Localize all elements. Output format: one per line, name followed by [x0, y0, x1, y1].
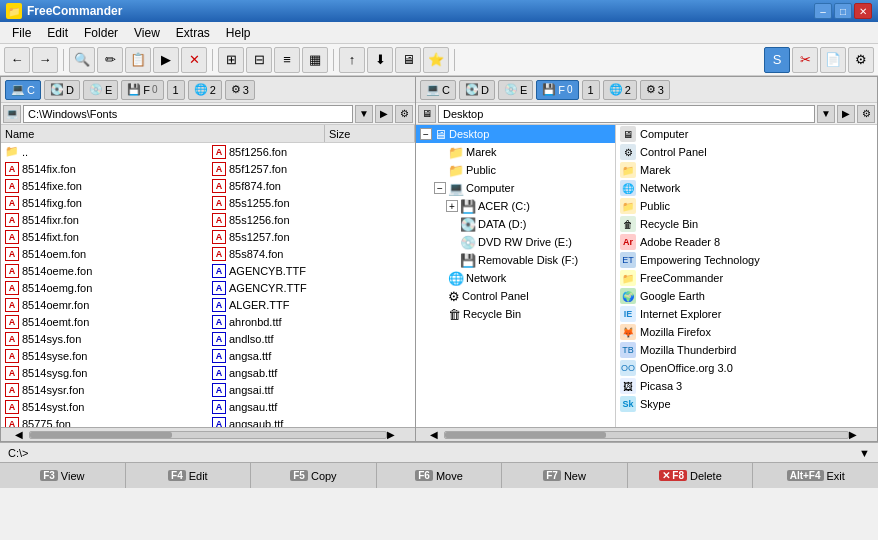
tree-item-computer[interactable]: − 💻 Computer [416, 179, 615, 197]
list-item[interactable]: A 85s874.fon [208, 245, 415, 262]
tree-item-removable[interactable]: 💾 Removable Disk (F:) [416, 251, 615, 269]
desktop-item-ie[interactable]: IE Internet Explorer [616, 305, 877, 323]
list-item[interactable]: A 8514oem.fon [1, 245, 208, 262]
list-item[interactable]: A 8514fixt.fon [1, 228, 208, 245]
list-item[interactable]: A angsau.ttf [208, 398, 415, 415]
tree-item-recycle[interactable]: 🗑 Recycle Bin [416, 305, 615, 323]
list-item[interactable]: A 85s1256.fon [208, 211, 415, 228]
settings-button[interactable]: ⚙ [848, 47, 874, 73]
right-scroll-right-btn[interactable]: ▶ [849, 429, 863, 440]
f3-view-button[interactable]: F3 View [0, 463, 126, 488]
list-item[interactable]: A 8514oemt.fon [1, 313, 208, 330]
right-path-btn3[interactable]: ⚙ [857, 105, 875, 123]
list-item[interactable]: A 8514syst.fon [1, 398, 208, 415]
run-button[interactable]: ▶ [153, 47, 179, 73]
tree-item-acer[interactable]: + 💾 ACER (C:) [416, 197, 615, 215]
col-name[interactable]: Name [1, 125, 325, 142]
right-scroll-track[interactable] [444, 431, 849, 439]
desktop-item-network[interactable]: 🌐 Network [616, 179, 877, 197]
desktop-item-openoffice[interactable]: OO OpenOffice.org 3.0 [616, 359, 877, 377]
list-item[interactable]: A angsab.ttf [208, 364, 415, 381]
tree-item-data[interactable]: 💽 DATA (D:) [416, 215, 615, 233]
file-item-r1c2[interactable]: A 85f1256.fon [208, 143, 415, 160]
menu-folder[interactable]: Folder [76, 24, 126, 42]
left-path-btn1[interactable]: ▼ [355, 105, 373, 123]
right-drive-f[interactable]: 💾F 0 [536, 80, 578, 100]
desktop-item-empowering[interactable]: ET Empowering Technology [616, 251, 877, 269]
menu-extras[interactable]: Extras [168, 24, 218, 42]
tree-item-desktop[interactable]: − 🖥 Desktop [416, 125, 615, 143]
left-drive-e[interactable]: 💿E [83, 80, 118, 100]
close-button[interactable]: ✕ [854, 3, 872, 19]
right-path-btn1[interactable]: ▼ [817, 105, 835, 123]
desktop-item-freecommander[interactable]: 📁 FreeCommander [616, 269, 877, 287]
right-drive-1[interactable]: 1 [582, 80, 600, 100]
desktop-item-skype[interactable]: Sk Skype [616, 395, 877, 413]
copy-list-button[interactable]: 📋 [125, 47, 151, 73]
right-scroll-left-btn[interactable]: ◀ [430, 429, 444, 440]
menu-help[interactable]: Help [218, 24, 259, 42]
desktop-item-thunderbird[interactable]: TB Mozilla Thunderbird [616, 341, 877, 359]
list-item[interactable]: A 8514fixe.fon [1, 177, 208, 194]
tree-item-control-panel[interactable]: ⚙ Control Panel [416, 287, 615, 305]
list-item[interactable]: A 8514fixr.fon [1, 211, 208, 228]
delete-toolbar-button[interactable]: ✕ [181, 47, 207, 73]
minimize-button[interactable]: – [814, 3, 832, 19]
expander-desktop[interactable]: − [420, 128, 432, 140]
right-drive-e[interactable]: 💿E [498, 80, 533, 100]
right-scroll-thumb[interactable] [445, 432, 606, 438]
view1-button[interactable]: ⊞ [218, 47, 244, 73]
right-path-input[interactable] [438, 105, 815, 123]
right-drive-2[interactable]: 🌐2 [603, 80, 637, 100]
left-drive-2[interactable]: 🌐2 [188, 80, 222, 100]
cut-button[interactable]: ✂ [792, 47, 818, 73]
altf4-exit-button[interactable]: Alt+F4 Exit [753, 463, 878, 488]
sync-button[interactable]: S [764, 47, 790, 73]
scroll-track[interactable] [29, 431, 387, 439]
left-path-input[interactable] [23, 105, 353, 123]
tree-item-network[interactable]: 🌐 Network [416, 269, 615, 287]
list-item[interactable]: A angsai.ttf [208, 381, 415, 398]
list-item[interactable]: A 8514sysg.fon [1, 364, 208, 381]
desktop-item-recycle[interactable]: 🗑 Recycle Bin [616, 215, 877, 233]
list-button[interactable]: ≡ [274, 47, 300, 73]
search-button[interactable]: 🔍 [69, 47, 95, 73]
expander-computer[interactable]: − [434, 182, 446, 194]
edit-button[interactable]: ✏ [97, 47, 123, 73]
right-path-btn2[interactable]: ▶ [837, 105, 855, 123]
left-path-btn3[interactable]: ⚙ [395, 105, 413, 123]
list-item[interactable]: A ahronbd.ttf [208, 313, 415, 330]
desktop-item-public[interactable]: 📁 Public [616, 197, 877, 215]
back-button[interactable]: ← [4, 47, 30, 73]
desktop-item-computer[interactable]: 🖥 Computer [616, 125, 877, 143]
f6-move-button[interactable]: F6 Move [377, 463, 503, 488]
right-drive-c[interactable]: 💻C [420, 80, 456, 100]
list-item[interactable]: A angsaub.ttf [208, 415, 415, 427]
desktop-item-picasa[interactable]: 🖼 Picasa 3 [616, 377, 877, 395]
tree-item-public[interactable]: 📁 Public [416, 161, 615, 179]
left-drive-3[interactable]: ⚙3 [225, 80, 255, 100]
list-item[interactable]: A 85s1255.fon [208, 194, 415, 211]
list-item[interactable]: A 8514oemr.fon [1, 296, 208, 313]
left-path-btn2[interactable]: ▶ [375, 105, 393, 123]
right-drive-3[interactable]: ⚙3 [640, 80, 670, 100]
left-drive-1[interactable]: 1 [167, 80, 185, 100]
left-drive-c[interactable]: 💻C [5, 80, 41, 100]
menu-view[interactable]: View [126, 24, 168, 42]
desktop-item-control-panel[interactable]: ⚙ Control Panel [616, 143, 877, 161]
refresh-button[interactable]: ⬇ [367, 47, 393, 73]
view2-button[interactable]: ⊟ [246, 47, 272, 73]
up-button[interactable]: ↑ [339, 47, 365, 73]
f7-new-button[interactable]: F7 New [502, 463, 628, 488]
properties-button[interactable]: 📄 [820, 47, 846, 73]
list-item[interactable]: A 8514oeme.fon [1, 262, 208, 279]
desktop-item-adobe[interactable]: Ar Adobe Reader 8 [616, 233, 877, 251]
list-item[interactable]: A 8514syse.fon [1, 347, 208, 364]
list-item[interactable]: A 8514fix.fon [1, 160, 208, 177]
f5-copy-button[interactable]: F5 Copy [251, 463, 377, 488]
list-item[interactable]: A 8514sys.fon [1, 330, 208, 347]
menu-file[interactable]: File [4, 24, 39, 42]
right-drive-d[interactable]: 💽D [459, 80, 495, 100]
desktop-item-google-earth[interactable]: 🌍 Google Earth [616, 287, 877, 305]
left-scrollbar[interactable]: ◀ ▶ [1, 427, 415, 441]
